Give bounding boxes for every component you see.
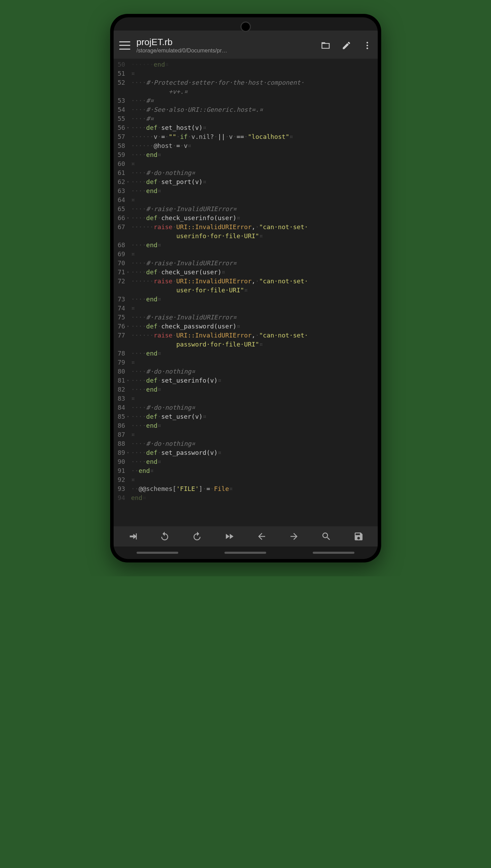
file-path: /storage/emulated/0/Documents/pr… <box>137 48 317 54</box>
open-folder-icon[interactable] <box>321 41 330 50</box>
android-navbar <box>114 546 378 559</box>
nav-back[interactable] <box>313 552 354 554</box>
phone-frame: projET.rb /storage/emulated/0/Documents/… <box>110 14 381 562</box>
save-icon[interactable] <box>353 531 364 542</box>
arrow-left-icon[interactable] <box>256 531 267 542</box>
bottom-toolbar <box>114 526 378 546</box>
redo-icon[interactable] <box>192 531 202 542</box>
screen: projET.rb /storage/emulated/0/Documents/… <box>114 17 378 559</box>
file-title: projET.rb <box>137 37 317 48</box>
fast-forward-icon[interactable] <box>224 531 235 542</box>
menu-icon[interactable] <box>119 41 130 50</box>
code-content[interactable]: ······end¤¤····#·Protected·setter·for·th… <box>131 59 377 526</box>
arrow-right-icon[interactable] <box>289 531 299 542</box>
search-icon[interactable] <box>321 531 332 542</box>
line-gutter: 50 51 52 53 54 55 56▾57 58 59 60 61 62▾6… <box>114 59 131 526</box>
undo-icon[interactable] <box>159 531 170 542</box>
tab-key-icon[interactable] <box>127 531 138 542</box>
nav-recent[interactable] <box>137 552 178 554</box>
title-area: projET.rb /storage/emulated/0/Documents/… <box>137 37 317 54</box>
code-editor[interactable]: 50 51 52 53 54 55 56▾57 58 59 60 61 62▾6… <box>114 59 378 526</box>
svg-point-1 <box>366 44 368 46</box>
svg-point-2 <box>366 47 368 49</box>
app-toolbar: projET.rb /storage/emulated/0/Documents/… <box>114 31 378 59</box>
svg-rect-3 <box>136 533 137 540</box>
camera-notch <box>240 22 251 32</box>
nav-home[interactable] <box>224 552 266 554</box>
svg-point-0 <box>366 42 368 43</box>
edit-icon[interactable] <box>342 41 351 50</box>
more-icon[interactable] <box>362 41 372 50</box>
